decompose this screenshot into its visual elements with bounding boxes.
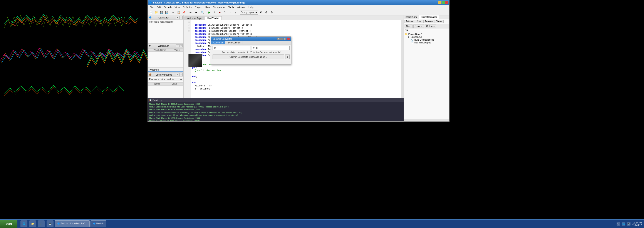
dialog-close-btn[interactable]: ×: [287, 38, 290, 40]
step-over-btn[interactable]: ⤵: [222, 10, 227, 15]
dialog-minimize-btn[interactable]: −: [280, 38, 283, 40]
call-stack-minimize[interactable]: −: [176, 16, 179, 19]
menu-refactor[interactable]: Refactor: [182, 5, 193, 9]
right-panel-scrollbar[interactable]: [404, 119, 449, 121]
log-line-0: Thread Start: Thread ID: 4236. Process B…: [149, 103, 402, 106]
menu-window[interactable]: Window: [236, 5, 247, 9]
tray-icon-shield[interactable]: 🛡: [616, 222, 620, 226]
dialog-input2[interactable]: [252, 46, 290, 50]
stop-btn[interactable]: ■: [217, 10, 222, 15]
menu-help[interactable]: Help: [247, 5, 255, 9]
activate-btn[interactable]: Activate: [404, 20, 415, 23]
taskbar-basictic-icon: 🔷: [93, 222, 96, 225]
views-btn[interactable]: Views: [435, 20, 444, 23]
collapse-btn[interactable]: Collapse: [425, 24, 436, 28]
tray-icon-volume[interactable]: 🔊: [627, 222, 630, 226]
taskbar-ide-label: Basictic - CodeGear RAD...: [61, 222, 87, 225]
config-btn[interactable]: ⚙: [259, 10, 264, 15]
copy-btn[interactable]: 📋: [176, 10, 181, 15]
event-log-panel: 📋 Event Log Thread Start: Thread ID: 423…: [148, 98, 404, 121]
menu-tools[interactable]: Tools: [227, 5, 235, 9]
menu-search[interactable]: Search: [163, 5, 173, 9]
sync-btn[interactable]: Sync: [405, 24, 412, 28]
taskbar-ide-item[interactable]: 🔷 Basictic - CodeGear RAD...: [55, 221, 90, 227]
search-btn[interactable]: 🔍: [200, 10, 205, 15]
redo-btn[interactable]: ↪: [194, 10, 198, 15]
undo-btn[interactable]: ↩: [188, 10, 193, 15]
event-log-icon: 📋: [149, 99, 152, 102]
taskbar-basictic-item[interactable]: 🔷 Basictic: [90, 221, 106, 227]
layout-select[interactable]: Debug Layout: [240, 10, 258, 14]
watch-close[interactable]: ×: [180, 44, 182, 47]
start-button[interactable]: Start: [0, 220, 18, 228]
call-stack-controls[interactable]: − ×: [176, 16, 182, 19]
tab-basictic-proj[interactable]: Basictic.proj: [404, 15, 419, 19]
config-btn2[interactable]: ⚙: [264, 10, 269, 15]
save-btn[interactable]: 💾: [159, 10, 164, 15]
new-btn[interactable]: 📄: [148, 10, 154, 15]
taskbar-icon-media[interactable]: 🎵: [38, 221, 45, 227]
local-vars-label: Local Variables: [156, 73, 172, 76]
minimize-button[interactable]: −: [438, 1, 442, 4]
close-button[interactable]: ×: [445, 1, 448, 4]
watch-table: Watch Name Value: [148, 48, 183, 52]
menu-file[interactable]: File: [148, 5, 155, 9]
mainwindow-pas-item[interactable]: 📄 MainWindow.pas: [405, 41, 448, 44]
maximize-button[interactable]: □: [442, 1, 445, 4]
process-select[interactable]: Process is not accessible: [148, 78, 183, 81]
menu-project[interactable]: Project: [194, 5, 204, 9]
taskbar-items: 🌐 📁 🎵 💻 🔷 Basictic - CodeGear RAD... 🔷 B…: [19, 221, 614, 227]
call-stack-close[interactable]: ×: [180, 16, 182, 19]
basictic-exe-item[interactable]: ⚙ Basictic.exe: [405, 36, 448, 38]
watch-minimize[interactable]: −: [176, 44, 179, 47]
menu-view[interactable]: View: [174, 5, 181, 9]
tab-mainwindow[interactable]: MainWindow: [204, 16, 222, 20]
title-bar-controls[interactable]: − □ ×: [438, 1, 448, 4]
local-vars-header: 📦 Local Variables − ×: [148, 73, 184, 77]
dialog-controls[interactable]: ? − □ ×: [277, 38, 290, 40]
sep1: [170, 10, 170, 14]
tray-icon-network[interactable]: 🌐: [622, 222, 625, 226]
remove-btn[interactable]: Remove: [424, 20, 434, 23]
taskbar-tray: 🛡 🌐 🔊 11:27 PM 11/5/2012: [614, 222, 644, 226]
expand-btn[interactable]: Expand: [414, 24, 424, 28]
cut-btn[interactable]: ✂: [171, 10, 176, 15]
taskbar-icon-prog[interactable]: 💻: [46, 221, 54, 227]
watch-list-header: 👁 Watch List − ×: [148, 44, 184, 48]
call-stack-process: Process is not accessible: [148, 20, 183, 23]
new-proj-btn[interactable]: New: [416, 20, 423, 23]
project-group-item[interactable]: 📁 ProjectGroup1: [405, 33, 448, 36]
convertor-tab[interactable]: Convertor: [211, 41, 226, 44]
tab-project-manager[interactable]: Project Manager: [419, 15, 439, 19]
skin-controls-tab[interactable]: Skin Controls: [226, 41, 243, 44]
taskbar-icon-ie[interactable]: 🌐: [20, 221, 28, 227]
dialog-help-btn[interactable]: ?: [277, 38, 280, 40]
dialog-input1[interactable]: [212, 46, 250, 50]
watches-tab[interactable]: Watches: [148, 68, 184, 72]
convert-button[interactable]: Convert Decimal to Binary and so on ...: [212, 54, 284, 59]
watch-controls[interactable]: − ×: [176, 44, 182, 47]
config-btn3[interactable]: ⚙: [269, 10, 274, 15]
taskbar-icon-files[interactable]: 📁: [29, 221, 36, 227]
menu-component[interactable]: Component: [212, 5, 226, 9]
window-title: Basictic - CodeGear RAD Studio for Micro…: [153, 1, 244, 4]
folder-icon: 📁: [405, 33, 407, 35]
save-all-btn[interactable]: 💾: [164, 10, 169, 15]
main-toolbar: 📄 📁 💾 💾 ✂ 📋 📌 ↩ ↪ 🔍 ▶ ⏸ ■ ⤵ ↓ ↑ Debug La…: [148, 9, 449, 15]
tab-welcome[interactable]: Welcome Page: [184, 16, 204, 20]
menu-edit[interactable]: Edit: [156, 5, 162, 9]
dialog-maximize-btn[interactable]: □: [284, 38, 286, 40]
run-btn[interactable]: ▶: [207, 10, 212, 15]
local-col-name: Name: [148, 83, 166, 86]
step-out-btn[interactable]: ↑: [233, 10, 238, 15]
build-config-item[interactable]: 🔧 Build Configurations: [405, 38, 448, 41]
local-vars-close[interactable]: ×: [180, 73, 182, 76]
local-vars-minimize[interactable]: −: [176, 73, 179, 76]
paste-btn[interactable]: 📌: [182, 10, 186, 15]
open-btn[interactable]: 📁: [154, 10, 158, 15]
convert-dropdown-btn[interactable]: ▼: [285, 54, 290, 59]
local-vars-controls[interactable]: − ×: [176, 73, 182, 76]
step-into-btn[interactable]: ↓: [228, 10, 232, 15]
menu-run[interactable]: Run: [204, 5, 211, 9]
pause-btn[interactable]: ⏸: [212, 10, 217, 15]
